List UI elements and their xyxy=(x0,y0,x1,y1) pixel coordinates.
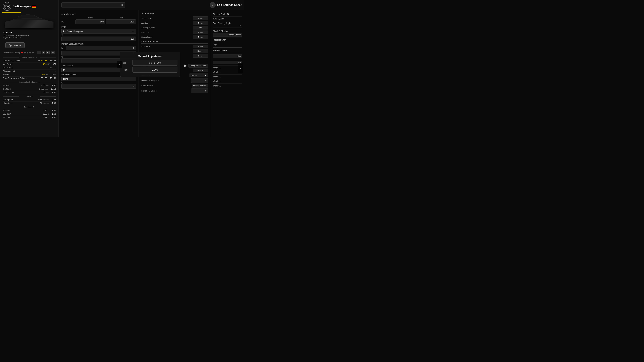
disp-label: Displacement xyxy=(3,70,15,72)
final-gear-row: Final xyxy=(123,67,178,72)
hamburger-icon[interactable]: ≡ xyxy=(122,3,123,6)
weight-alt: 2271 xyxy=(51,73,56,76)
front-rear-label: Front/Rear Balance xyxy=(142,90,157,92)
4ws-item[interactable]: 4WS System xyxy=(213,16,242,21)
titanium-conn-item[interactable]: Titanium Conne... xyxy=(213,48,242,53)
edit-settings-button[interactable]: Edit Settings Sheet xyxy=(217,3,242,6)
aero-rear-input[interactable] xyxy=(106,19,136,24)
clutch-flywheel-label: Clutch & Flywheel xyxy=(213,30,229,32)
propellor-shaft-item[interactable]: Propellor Shaft xyxy=(213,38,242,42)
popup-prev-arrow[interactable]: ‹ xyxy=(117,61,122,68)
prev-btn[interactable]: ◀ xyxy=(42,51,45,54)
max-power-label: Max Power xyxy=(3,63,13,65)
aspiration-val: EV xyxy=(26,34,29,36)
ecu-percent-input[interactable] xyxy=(62,36,136,41)
aero-front-header: Front xyxy=(76,17,105,19)
brake-pad-mode: Normal xyxy=(193,68,208,72)
low-speed-val: -0.45 xyxy=(38,98,42,101)
pp-value: 842.66 xyxy=(41,59,47,62)
main-content: Aerodynamics Front Rear Lv. ECU Full Con… xyxy=(59,10,244,137)
right-nav-arrow[interactable]: › xyxy=(238,63,243,73)
handbrake-dropdown-arrow: ▼ xyxy=(204,74,206,76)
dot-3 xyxy=(29,52,31,53)
antilag-system-label: Anti-Lag System xyxy=(142,27,155,29)
turbocharger-row: Turbocharger None xyxy=(142,16,208,20)
svg-point-6 xyxy=(42,24,44,26)
air-cleaner-label: Air Cleaner xyxy=(142,45,150,47)
aero-front-input[interactable] xyxy=(76,19,105,24)
first-gear-input[interactable] xyxy=(132,60,178,65)
nitrous-percent[interactable] xyxy=(62,84,136,89)
aero-grid: Front Rear Lv. xyxy=(62,17,136,24)
brake-balance-row: Brake Balance Brake Controller xyxy=(142,84,208,87)
front-rear-input[interactable] xyxy=(191,88,208,93)
handbrake-torque-input[interactable] xyxy=(191,78,208,83)
dot-1 xyxy=(24,52,26,53)
svg-point-4 xyxy=(13,24,16,26)
popup-title: Manual Adjustment xyxy=(123,55,178,58)
final-gear-input[interactable] xyxy=(132,67,178,72)
intercooler-value: None xyxy=(193,30,208,34)
base-performance-header: Base Performance xyxy=(3,56,56,58)
dot-active xyxy=(21,52,23,53)
engine-item[interactable]: Engi... xyxy=(213,42,242,47)
acc-400-alt: 9.57 xyxy=(52,84,56,87)
left-panel: VW Volkswagen ⚖ BoP Applied (L) ID.R ID.… xyxy=(0,0,59,137)
svg-point-3 xyxy=(12,23,16,27)
drivetrain-val: 4WD xyxy=(11,34,15,36)
acc-1000-label: 0-1000 m xyxy=(3,88,11,90)
pp-alt: 842.66 xyxy=(50,59,56,62)
search-bar[interactable]: -- ≡ xyxy=(62,2,125,8)
rot-60-row: 60 km/h 1.40 G 1.40 xyxy=(3,109,56,112)
acc-400-row: 0-400 m 9.57 sec. 9.57 xyxy=(3,84,56,87)
search-text: -- xyxy=(64,4,65,6)
torque-val: - xyxy=(48,66,49,69)
engine-model: Engine Model EV-ID.R xyxy=(3,36,56,38)
clutch-flywheel-item[interactable]: Clutch & Flywheel Clutch Flywheel xyxy=(213,29,242,38)
car-info: ID.R '19 Drivetrain 4WD / Aspiration EV … xyxy=(0,30,58,40)
disp-val: - xyxy=(49,70,50,72)
high-value: High xyxy=(213,54,242,58)
measure-button[interactable]: ▲ Measure xyxy=(5,42,25,48)
final-label: Final xyxy=(123,68,131,71)
aero-lv: Lv. xyxy=(62,21,75,23)
high-speed-row: High Speed -1.00 (Under) -1.00 xyxy=(3,102,56,105)
manual-adjustment-popup: ‹ Manual Adjustment 1st Final ▶ xyxy=(120,52,180,77)
acc-1000-row: 0-1000 m 17.53 sec. 17.53 xyxy=(3,87,56,91)
nitrous-dropdown[interactable]: None xyxy=(62,77,136,81)
ecu-dropdown[interactable]: Full Control Computer ▼ xyxy=(62,29,136,34)
svg-text:VW: VW xyxy=(5,5,9,8)
car-name: ID.R '19 xyxy=(3,31,56,34)
car-details: Drivetrain 4WD / Aspiration EV xyxy=(3,34,56,36)
antilag-value: None xyxy=(193,21,208,25)
measure-area: ▲ Measure xyxy=(0,40,58,50)
weight-label: Weight xyxy=(3,73,9,76)
next-btn[interactable]: ▶ xyxy=(46,51,50,54)
perf-adj-kg[interactable] xyxy=(66,46,136,50)
aero-rear-header: Rear xyxy=(106,17,136,19)
cursor-arrow: ▶ xyxy=(184,63,187,68)
rear-steering-label: Rear Steering Angle xyxy=(213,22,231,24)
measure-label: Measure xyxy=(12,44,21,46)
rear-steering-item[interactable]: Rear Steering Angle D... xyxy=(213,21,242,27)
acc-100-150-val: 1.47 xyxy=(42,91,45,94)
weight-3-item: Weight... xyxy=(213,75,242,79)
aero-title: Aerodynamics xyxy=(62,13,136,15)
r1-label: R1 xyxy=(51,51,55,54)
acc-100-150-label: 100-150 km/h xyxy=(3,91,15,94)
steering-angle-item[interactable]: Steering Angle Kit xyxy=(213,12,242,16)
low-speed-alt: -0.45 xyxy=(51,98,56,101)
stability-header: Stability xyxy=(3,95,56,97)
low-speed-qualifier: (Under) xyxy=(43,99,49,101)
dot-2 xyxy=(27,52,28,53)
car-header: VW Volkswagen xyxy=(0,0,58,13)
performance-points-row: Performance Points PP 842.66 842.66 xyxy=(3,59,56,62)
weight-4-item: Weight... xyxy=(213,79,242,84)
handbrake-dropdown[interactable]: Normal ▼ xyxy=(190,73,208,77)
displacement-row: Displacement - cc - xyxy=(3,69,56,73)
balance-alt: 50 : 50 xyxy=(50,77,56,79)
brake-balance-label: Brake Balance xyxy=(142,85,154,87)
flag-icon xyxy=(32,5,36,7)
supercharger-title: Supercharger xyxy=(142,12,208,15)
antilag-system-value: Off xyxy=(193,26,208,29)
